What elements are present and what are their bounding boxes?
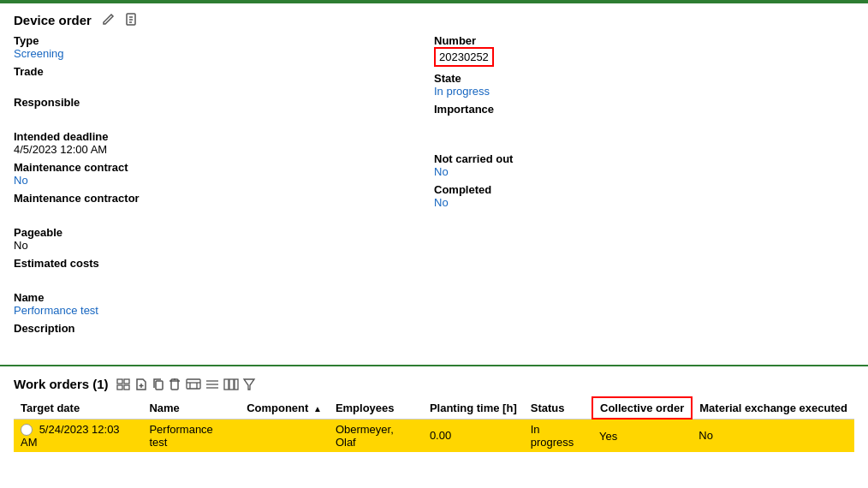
planting-time-value: 0.00: [430, 429, 451, 442]
wo-view-icon[interactable]: [116, 378, 131, 391]
device-order-title: Device order: [14, 13, 92, 27]
completed-field: Completed No: [434, 183, 854, 209]
work-orders-section: Work orders (1): [0, 372, 868, 452]
state-label: State: [434, 72, 854, 85]
intended-deadline-label: Intended deadline: [14, 130, 434, 143]
maintenance-contractor-field: Maintenance contractor: [14, 192, 434, 217]
cell-collective-order: Yes: [592, 419, 692, 452]
cell-component: [240, 419, 329, 452]
form-right-col: Number 20230252 State In progress Import…: [434, 34, 854, 353]
col-component-label: Component: [247, 402, 308, 414]
estimated-costs-label: Estimated costs: [14, 257, 434, 270]
svg-rect-7: [124, 385, 129, 390]
maintenance-contract-label: Maintenance contract: [14, 161, 434, 174]
cell-status: In progress: [524, 419, 592, 452]
name-field: Name Performance test: [14, 291, 434, 317]
type-field: Type Screening: [14, 34, 434, 60]
device-order-section: Device order Type Screening Trade: [0, 3, 868, 360]
estimated-costs-value: [14, 270, 434, 283]
col-employees-label: Employees: [336, 402, 395, 414]
cell-target-date: 5/24/2023 12:03 AM: [14, 419, 142, 452]
col-employees: Employees: [329, 397, 423, 419]
name-label: Name: [14, 291, 434, 304]
svg-rect-23: [235, 379, 238, 390]
completed-value: No: [434, 196, 854, 209]
type-value: Screening: [14, 47, 434, 60]
edit-icon[interactable]: [100, 12, 116, 27]
trade-label: Trade: [14, 65, 434, 78]
maintenance-contractor-value: [14, 205, 434, 217]
not-carried-out-label: Not carried out: [434, 152, 854, 165]
col-material-exchange-label: Material exchange executed: [699, 402, 847, 414]
number-field: Number 20230252: [434, 34, 854, 67]
device-order-form: Type Screening Trade Responsible Intende…: [14, 34, 854, 353]
wo-list-icon[interactable]: [205, 378, 220, 391]
svg-rect-22: [229, 379, 234, 390]
cell-planting-time: 0.00: [423, 419, 524, 452]
estimated-costs-field: Estimated costs: [14, 257, 434, 283]
pageable-label: Pageable: [14, 226, 434, 239]
svg-marker-24: [244, 379, 254, 390]
wo-funnel-icon[interactable]: [242, 378, 256, 391]
col-planting-time-label: Planting time [h]: [430, 402, 517, 414]
svg-rect-4: [117, 379, 122, 384]
responsible-label: Responsible: [14, 96, 434, 109]
not-carried-out-value: No: [434, 165, 854, 178]
svg-rect-6: [117, 385, 122, 390]
svg-rect-14: [187, 379, 200, 389]
pageable-value: No: [14, 239, 434, 252]
wo-add-icon[interactable]: [134, 378, 148, 391]
col-target-date-label: Target date: [21, 402, 80, 414]
status-value: In progress: [531, 423, 574, 449]
cell-employees: Obermeyer, Olaf: [329, 419, 423, 452]
completed-label: Completed: [434, 183, 854, 196]
svg-rect-21: [224, 379, 229, 390]
name-value: Performance test: [14, 304, 434, 317]
importance-label: Importance: [434, 103, 854, 116]
col-status: Status: [524, 397, 592, 419]
description-label: Description: [14, 322, 434, 335]
intended-deadline-value: 4/5/2023 12:00 AM: [14, 143, 434, 156]
col-name-label: Name: [149, 402, 179, 414]
target-date-value: 5/24/2023 12:03 AM: [21, 423, 120, 449]
work-orders-table: Target date Name Component ▲ Employees P…: [14, 396, 854, 452]
type-label: Type: [14, 34, 434, 47]
cell-name: Performance test: [142, 419, 240, 452]
intended-deadline-field: Intended deadline 4/5/2023 12:00 AM: [14, 130, 434, 156]
employees-value: Obermeyer, Olaf: [336, 423, 394, 449]
work-orders-header: Work orders (1): [14, 377, 854, 391]
row-name-value: Performance test: [149, 423, 212, 449]
state-value: In progress: [434, 85, 854, 98]
table-row[interactable]: 5/24/2023 12:03 AM Performance test Ober…: [14, 419, 854, 452]
work-orders-toolbar: [116, 378, 256, 391]
device-order-header: Device order: [14, 12, 854, 27]
section-divider: [0, 365, 868, 366]
sort-arrow-icon: ▲: [313, 404, 322, 414]
document-icon[interactable]: [124, 12, 140, 27]
wo-filter-icon[interactable]: [186, 378, 201, 391]
wo-copy-icon[interactable]: [152, 378, 165, 391]
description-field: Description: [14, 322, 434, 348]
maintenance-contract-field: Maintenance contract No: [14, 161, 434, 187]
material-exchange-value: No: [699, 429, 713, 442]
table-header-row: Target date Name Component ▲ Employees P…: [14, 397, 854, 419]
col-component: Component ▲: [240, 397, 329, 419]
wo-columns-icon[interactable]: [223, 378, 239, 391]
description-value: [14, 335, 434, 348]
work-orders-title: Work orders (1): [14, 377, 109, 391]
trade-value: [14, 78, 434, 91]
col-collective-order: Collective order: [592, 397, 692, 419]
col-name: Name: [142, 397, 240, 419]
collective-order-value: Yes: [599, 430, 617, 443]
importance-value: [434, 116, 854, 128]
number-value: 20230252: [434, 47, 494, 67]
svg-rect-10: [156, 381, 163, 390]
trade-field: Trade: [14, 65, 434, 91]
wo-delete-icon[interactable]: [169, 378, 182, 391]
col-status-label: Status: [531, 402, 565, 414]
importance-field: Importance: [434, 103, 854, 128]
state-field: State In progress: [434, 72, 854, 98]
svg-rect-5: [124, 379, 129, 384]
responsible-value: [14, 109, 434, 122]
pageable-field: Pageable No: [14, 226, 434, 252]
